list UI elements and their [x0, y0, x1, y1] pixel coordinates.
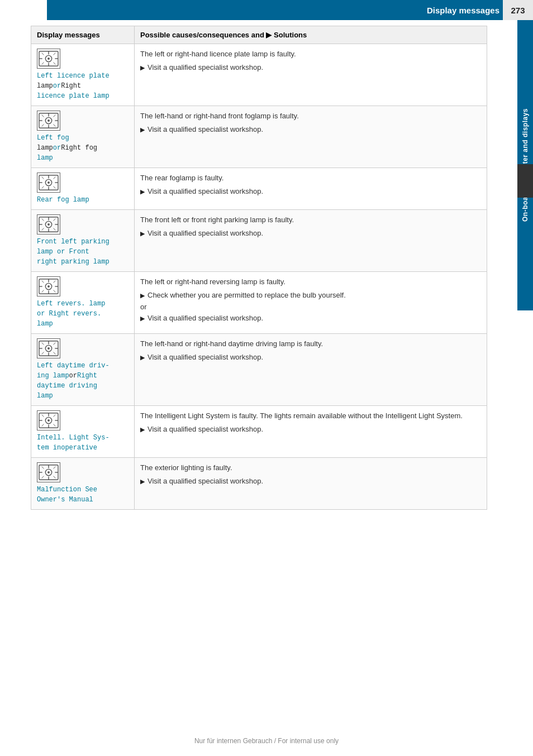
svg-line-51: [42, 281, 44, 283]
table-row: Rear fog lamp The rear foglamp is faulty…: [31, 168, 487, 210]
svg-line-84: [42, 467, 44, 469]
svg-point-13: [47, 119, 50, 122]
solution-bullet-parking: ▶ Visit a qualified specialist workshop.: [140, 228, 481, 239]
cause-text-fog: The left-hand or right-hand front foglam…: [140, 111, 481, 122]
col-header-messages: Display messages: [31, 26, 135, 44]
svg-line-54: [42, 290, 44, 293]
cause-text-licence: The left or right-hand licence plate lam…: [140, 49, 481, 60]
svg-line-73: [42, 415, 44, 417]
svg-line-53: [54, 281, 56, 283]
svg-line-42: [54, 219, 56, 221]
msg-text-malfunction: Malfunction SeeOwner's Manual: [37, 485, 129, 505]
main-content: Display messages Possible causes/consequ…: [31, 20, 487, 515]
arrow-icon: ▶: [140, 229, 145, 238]
svg-line-75: [54, 415, 56, 417]
arrow-icon: ▶: [140, 353, 145, 362]
solution-bullet-fog: ▶ Visit a qualified specialist workshop.: [140, 124, 481, 135]
page-title: Display messages: [427, 6, 499, 15]
svg-line-32: [42, 186, 44, 189]
lamp-icon-fog: [37, 111, 60, 131]
display-messages-table: Display messages Possible causes/consequ…: [31, 26, 487, 510]
svg-line-76: [42, 424, 44, 427]
msg-cell-intell: Intell. Light Sys-tem inoperative: [31, 406, 135, 458]
svg-line-9: [54, 53, 56, 55]
arrow-icon: ▶: [140, 314, 145, 323]
col-header-solutions: Possible causes/consequences and ▶ Solut…: [135, 26, 487, 44]
cause-text-malfunction: The exterior lighting is faulty.: [140, 462, 481, 473]
solution-bullet-licence: ▶ Visit a qualified specialist workshop.: [140, 62, 481, 73]
svg-line-65: [42, 352, 44, 355]
svg-point-79: [47, 471, 50, 473]
svg-line-85: [54, 476, 56, 479]
svg-line-64: [54, 343, 56, 345]
solution-bullet-malfunction: ▶ Visit a qualified specialist workshop.: [140, 476, 481, 487]
solution-bullet-daytime: ▶ Visit a qualified specialist workshop.: [140, 352, 481, 363]
arrow-icon: ▶: [140, 425, 145, 434]
svg-line-30: [54, 186, 56, 189]
solution-cell-parking: The front left or front right parking la…: [135, 210, 487, 272]
table-row: Front left parkinglamp or Frontright par…: [31, 210, 487, 272]
svg-line-31: [54, 177, 56, 179]
msg-cell-licence: Left licence platelamporRightlicence pla…: [31, 44, 135, 106]
cause-text-intell: The Intelligent Light System is faulty. …: [140, 410, 481, 422]
arrow-icon: ▶: [140, 187, 145, 197]
msg-text-fog: Left foglamporRight foglamp: [37, 133, 129, 163]
svg-line-63: [54, 352, 56, 355]
solution-cell-malfunction: The exterior lighting is faulty. ▶ Visit…: [135, 458, 487, 510]
lamp-icon-intell: [37, 410, 60, 430]
solution-cell-reversing: The left or right-hand reversing lamp is…: [135, 272, 487, 334]
solution-cell-daytime: The left-hand or right-hand daytime driv…: [135, 334, 487, 406]
table-row: Intell. Light Sys-tem inoperative The In…: [31, 406, 487, 458]
svg-line-8: [54, 63, 56, 65]
svg-point-46: [47, 285, 50, 288]
msg-cell-fog: Left foglamporRight foglamp: [31, 106, 135, 168]
cause-text-daytime: The left-hand or right-hand daytime driv…: [140, 338, 481, 350]
svg-line-87: [42, 476, 44, 479]
cause-text-parking: The front left or front right parking la…: [140, 214, 481, 226]
svg-line-41: [54, 228, 56, 231]
table-row: Left licence platelamporRightlicence pla…: [31, 44, 487, 106]
lamp-icon-malfunction: [37, 462, 60, 482]
page-number: 273: [503, 0, 533, 20]
cause-text-rear-fog: The rear foglamp is faulty.: [140, 173, 481, 184]
solution-bullet-reversing-1: ▶ Check whether you are permitted to rep…: [140, 290, 481, 301]
msg-text-daytime: Left daytime driv-ing lamporRightdaytime…: [37, 361, 129, 401]
svg-line-10: [42, 63, 44, 65]
header-bar: Display messages: [47, 0, 533, 20]
svg-point-24: [47, 181, 50, 184]
msg-text-intell: Intell. Light Sys-tem inoperative: [37, 433, 129, 453]
lamp-icon-licence: [37, 49, 60, 69]
msg-cell-rear-fog: Rear fog lamp: [31, 168, 135, 210]
solution-bullet-reversing-2: ▶ Visit a qualified specialist workshop.: [140, 313, 481, 324]
svg-line-18: [42, 115, 44, 117]
lamp-icon-parking: [37, 214, 60, 235]
svg-line-74: [54, 424, 56, 427]
msg-cell-parking: Front left parkinglamp or Frontright par…: [31, 210, 135, 272]
svg-line-29: [42, 177, 44, 179]
table-row: Malfunction SeeOwner's Manual The exteri…: [31, 458, 487, 510]
svg-point-35: [47, 223, 50, 226]
arrow-icon: ▶: [140, 125, 145, 135]
svg-line-43: [42, 228, 44, 231]
svg-line-7: [42, 53, 44, 55]
cause-text-reversing: The left or right-hand reversing lamp is…: [140, 276, 481, 288]
svg-line-40: [42, 219, 44, 221]
lamp-icon-rear-fog: [37, 173, 60, 193]
table-row: Left revers. lampor Right revers.lamp Th…: [31, 272, 487, 334]
msg-cell-daytime: Left daytime driv-ing lamporRightdaytime…: [31, 334, 135, 406]
solution-cell-fog: The left-hand or right-hand front foglam…: [135, 106, 487, 168]
svg-line-19: [54, 125, 56, 127]
svg-line-62: [42, 343, 44, 345]
arrow-icon: ▶: [140, 477, 145, 486]
svg-line-86: [54, 467, 56, 469]
lamp-icon-daytime: [37, 338, 60, 358]
svg-point-57: [47, 347, 50, 350]
footer: Nur für internen Gebrauch / For internal…: [0, 737, 533, 745]
arrow-icon: ▶: [140, 291, 145, 300]
solution-bullet-rear-fog: ▶ Visit a qualified specialist workshop.: [140, 186, 481, 197]
arrow-icon: ▶: [140, 63, 145, 73]
footer-text: Nur für internen Gebrauch / For internal…: [194, 737, 339, 745]
table-row: Left foglamporRight foglamp The left-han…: [31, 106, 487, 168]
msg-text-licence: Left licence platelamporRightlicence pla…: [37, 71, 129, 101]
solution-cell-intell: The Intelligent Light System is faulty. …: [135, 406, 487, 458]
